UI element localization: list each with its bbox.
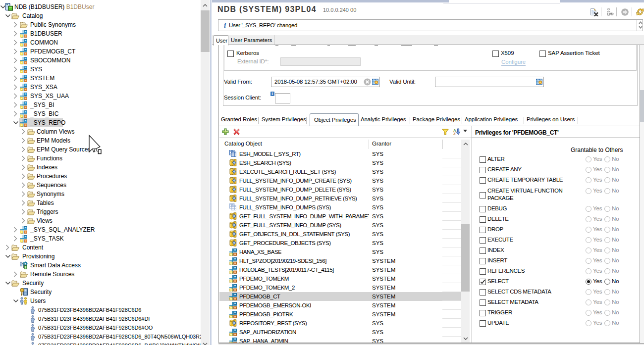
svg-text:Z: Z bbox=[453, 132, 456, 135]
